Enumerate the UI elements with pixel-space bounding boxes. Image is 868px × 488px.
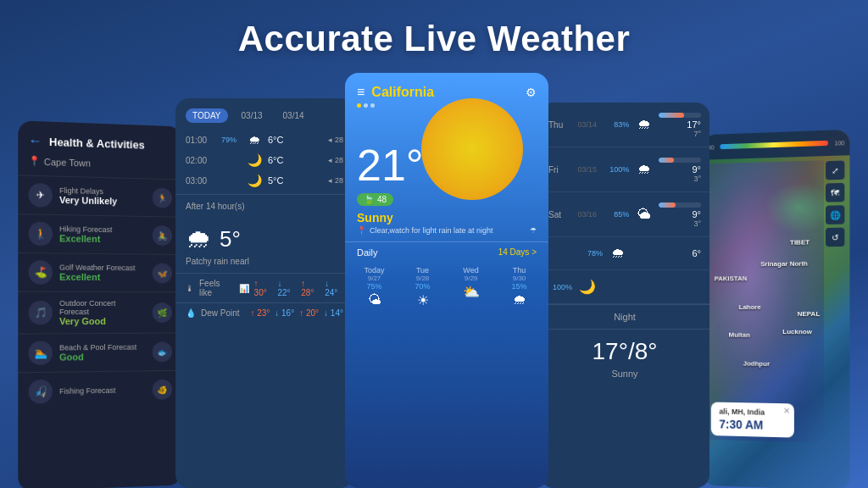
activity-value: Very Good <box>59 316 146 326</box>
settings-icon[interactable]: ⚙ <box>526 86 537 99</box>
map-background: 30 100 ⤢ 🗺 🌐 ↺ PAKISTAN TIBET NEPAL Srin… <box>703 130 849 488</box>
dew-point-label: Dew Point <box>201 308 240 318</box>
weekly-lo: 3° <box>659 175 701 183</box>
weekly-pct: 100% <box>607 165 630 174</box>
city-name: California <box>371 85 434 100</box>
weather-subdescription: 📍 Clear,watch for light rain late at nig… <box>345 226 548 241</box>
feels-down-1: ↓ 22° <box>277 279 296 297</box>
hourly-row: 03:00 🌙 5°C ◂ 28 <box>175 170 353 191</box>
feels-like-label: Feels like <box>199 279 234 297</box>
feels-like-row: 🌡 Feels like 📊 ↑ 30° ↓ 22° ↑ 28° ↓ 24° <box>175 273 353 302</box>
map-location-popup: ✕ ali, MH, India 7:30 AM <box>711 402 794 438</box>
feels-down-3: ↓ 16° <box>275 308 294 318</box>
weekly-hi: 9° <box>659 209 701 219</box>
main-card-header: ≡ California ⚙ <box>345 73 548 103</box>
night-description: Sunny <box>540 369 709 379</box>
hourly-temp: 6°C <box>268 135 292 145</box>
popup-close-button[interactable]: ✕ <box>783 406 790 415</box>
feels-up-4: ↑ 20° <box>299 308 319 318</box>
daily-forecast-row: Today 9/27 75% 🌤 Tue 9/28 70% ☀ Wed 9/29… <box>345 263 548 313</box>
feels-down-2: ↓ 24° <box>325 279 343 297</box>
page-title: Accurate Live Weather <box>0 0 868 75</box>
patchy-label: Patchy rain nearl <box>175 257 353 273</box>
dot-active[interactable] <box>357 103 361 108</box>
map-refresh-button[interactable]: ↺ <box>826 228 844 247</box>
weekly-pct: 85% <box>607 210 630 219</box>
feels-down-4: ↓ 14° <box>324 308 343 318</box>
weather-map-card: 30 100 ⤢ 🗺 🌐 ↺ PAKISTAN TIBET NEPAL Srin… <box>703 130 849 488</box>
hourly-row: 02:00 🌙 6°C ◂ 28 <box>175 150 353 170</box>
activity-right-icon: 🏃 <box>153 187 172 208</box>
hourly-time: 03:00 <box>186 176 215 186</box>
hourly-time: 02:00 <box>186 156 215 165</box>
map-layers-button[interactable]: 🗺 <box>826 183 844 202</box>
pool-icon: 🏊 <box>29 341 53 365</box>
dot[interactable] <box>364 103 368 108</box>
list-item: 🎣 Fishing Forecast 🐠 <box>18 370 181 411</box>
weekly-hi: 9° <box>659 164 701 175</box>
hourly-temp: 5°C <box>268 175 292 186</box>
weekly-pct: 83% <box>607 120 630 129</box>
dew-icon: 💧 <box>186 308 196 318</box>
map-label-pakistan: PAKISTAN <box>715 274 748 282</box>
daily-icon: 🌤 <box>352 292 397 308</box>
hourly-wind: ◂ 28 <box>328 176 343 185</box>
night-label: Night <box>540 304 709 330</box>
hourly-wind: ◂ 28 <box>328 156 343 164</box>
aqi-value: 48 <box>377 195 387 204</box>
weekly-pct: 100% <box>548 283 572 291</box>
hourly-tabs: TODAY 03/13 03/14 <box>175 98 353 130</box>
daily-icon: 🌧 <box>497 292 542 308</box>
weekly-lo: 3° <box>659 219 701 228</box>
activity-value: Excellent <box>59 272 146 283</box>
main-temperature: 21° <box>345 114 548 191</box>
activity-label: Fishing Forecast <box>59 385 146 396</box>
patchy-rain-row: 🌧 5° <box>175 218 353 257</box>
list-item: 100% 🌙 <box>540 270 709 304</box>
night-temperature: 17°/8° <box>540 330 709 369</box>
hiking-icon: 🚶 <box>29 222 53 247</box>
list-item: Fri 03/15 100% 🌧 9° 3° <box>540 147 709 192</box>
list-item: ⛳ Golf Weather Forecast Excellent 🦋 <box>18 252 181 291</box>
map-label-nepal: NEPAL <box>798 310 821 318</box>
tab-march14[interactable]: 03/14 <box>276 108 311 123</box>
pin-icon: 📍 <box>357 226 366 235</box>
concert-icon: 🎵 <box>29 301 53 324</box>
popup-location-name: ali, MH, India <box>719 408 785 418</box>
map-info-button[interactable]: 🌐 <box>826 205 844 225</box>
flight-icon: ✈ <box>29 183 53 208</box>
activity-right-icon: 🐟 <box>153 341 172 362</box>
weekly-date: 03/16 <box>577 210 601 219</box>
location-pin-icon: 📍 <box>29 155 41 167</box>
activity-right-icon: 🐠 <box>153 380 172 400</box>
days-link[interactable]: 14 Days > <box>498 247 537 258</box>
dot[interactable] <box>370 103 375 108</box>
feels-up-3: ↑ 23° <box>250 308 270 318</box>
weekly-day: Fri <box>548 165 572 175</box>
weekly-day: Thu <box>548 120 572 130</box>
main-weather-card: ≡ California ⚙ 21° 🍃 48 Sunny 📍 Clear,wa… <box>345 73 548 488</box>
weekly-weather-icon: 🌧 <box>608 246 628 261</box>
menu-icon[interactable]: ≡ <box>357 85 364 100</box>
tab-march13[interactable]: 03/13 <box>235 108 270 123</box>
weather-description: Sunny <box>345 209 548 226</box>
hourly-percent: 79% <box>217 136 241 144</box>
back-arrow-icon[interactable]: ← <box>29 133 42 149</box>
daily-label: Daily <box>357 247 377 258</box>
weekly-weather-icon: 🌙 <box>577 279 598 295</box>
hourly-row: 01:00 79% 🌧 6°C ◂ 28 <box>175 130 353 150</box>
map-label-jodhpur: Jodhpur <box>743 359 770 367</box>
tab-today[interactable]: TODAY <box>186 108 228 123</box>
bar-chart-icon: 📊 <box>239 284 249 293</box>
feels-up-1: ↑ 30° <box>254 279 273 297</box>
activity-right-icon: 🦋 <box>153 263 172 284</box>
map-expand-button[interactable]: ⤢ <box>826 160 844 180</box>
list-item: 🚶 Hiking Forecast Excellent 🚴 <box>18 214 181 254</box>
hourly-weather-icon: 🌙 <box>242 153 266 167</box>
map-color-scale <box>720 141 828 149</box>
weekly-weather-icon: 🌥 <box>634 207 654 222</box>
weekly-day: Sat <box>548 210 572 219</box>
map-label-srinagar: Srinagar North <box>760 260 808 269</box>
hourly-time: 01:00 <box>186 136 215 145</box>
dew-point-row: 💧 Dew Point ↑ 23° ↓ 16° ↑ 20° ↓ 14° <box>175 302 353 323</box>
